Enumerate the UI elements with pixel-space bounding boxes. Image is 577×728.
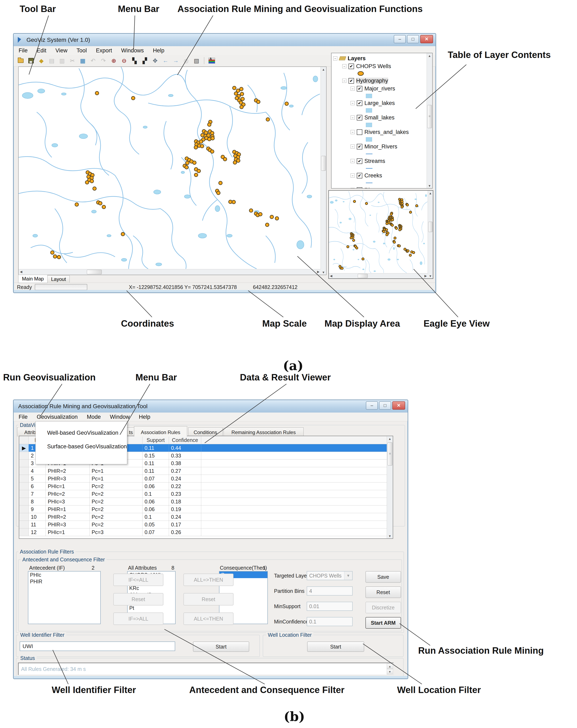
- layer-checkbox[interactable]: ✔: [357, 86, 362, 92]
- collapse-icon[interactable]: −: [351, 115, 355, 120]
- scrollbar-thumb[interactable]: [428, 222, 433, 232]
- scroll-right-icon[interactable]: ▶: [316, 269, 321, 274]
- row-selector[interactable]: ▶: [19, 444, 29, 452]
- map-window-icon[interactable]: ▦: [79, 56, 87, 65]
- menu-item-file[interactable]: File: [19, 47, 28, 54]
- layer-checkbox[interactable]: ✔: [357, 115, 362, 121]
- layer-label[interactable]: Hydrography: [356, 78, 388, 84]
- layer-checkbox[interactable]: ✔: [357, 187, 362, 188]
- map-horizontal-scrollbar[interactable]: ◀ ▶: [19, 269, 321, 275]
- minimize-button[interactable]: –: [394, 35, 406, 43]
- menu-item-mode[interactable]: Mode: [87, 414, 101, 420]
- layer-item-rivers[interactable]: −✔Rivers: [333, 186, 426, 188]
- scroll-up-icon[interactable]: ▲: [428, 191, 433, 196]
- param-partition-bins-input[interactable]: 4: [307, 587, 353, 596]
- layer-item-chops-wells[interactable]: −✔CHOPS Wells: [333, 62, 426, 70]
- menu-item-geovisualization[interactable]: Geovisualization: [37, 414, 78, 420]
- layer-item-streams[interactable]: −✔Streams: [333, 157, 426, 165]
- layer-checkbox[interactable]: ✔: [357, 100, 362, 106]
- fixed-zoom-in-icon[interactable]: ▚: [130, 56, 139, 65]
- collapse-icon[interactable]: −: [333, 56, 337, 60]
- layer-checkbox[interactable]: [357, 129, 362, 135]
- scrollbar-thumb[interactable]: [388, 442, 392, 466]
- layers-scrollbar[interactable]: ▲ ▼: [427, 53, 432, 188]
- arm-geovisualization-icon[interactable]: [208, 56, 216, 65]
- layer-label[interactable]: Small_lakes: [364, 114, 394, 121]
- row-selector[interactable]: [19, 498, 29, 505]
- menu-item-help[interactable]: Help: [153, 47, 164, 54]
- menu-item-file[interactable]: File: [19, 414, 28, 420]
- scroll-left-icon[interactable]: ◀: [329, 274, 333, 279]
- scrollbar-thumb[interactable]: [427, 105, 432, 128]
- row-selector[interactable]: [19, 490, 29, 498]
- well-location-start-button[interactable]: Start: [307, 642, 364, 652]
- layer-label[interactable]: Rivers: [364, 187, 380, 188]
- collapse-icon[interactable]: −: [351, 86, 355, 91]
- tab-layout[interactable]: Layout: [47, 276, 70, 283]
- collapse-icon[interactable]: −: [351, 130, 355, 134]
- layer-label[interactable]: Large_lakes: [364, 100, 395, 106]
- zoom-in-icon[interactable]: ⊕: [110, 56, 118, 65]
- scroll-right-icon[interactable]: ▶: [423, 274, 428, 279]
- table-row[interactable]: 5PHIR=3Pc=10.070.24: [19, 475, 387, 483]
- collapse-icon[interactable]: −: [351, 174, 355, 178]
- layer-label[interactable]: Creeks: [364, 173, 382, 179]
- save-button[interactable]: Save: [365, 571, 401, 583]
- layer-label[interactable]: Major_rivers: [364, 85, 395, 92]
- menu-item-edit[interactable]: Edit: [37, 47, 47, 54]
- param-minconfidence-input[interactable]: 0.1: [307, 617, 353, 626]
- table-row[interactable]: 10PHIR=2Pc=20.10.24: [19, 513, 387, 521]
- scrollbar-thumb[interactable]: [87, 270, 102, 274]
- layer-label[interactable]: Minor_Rivers: [364, 144, 397, 150]
- list-item-phir[interactable]: PHIR: [28, 578, 100, 585]
- scroll-down-icon[interactable]: ▼: [387, 534, 393, 538]
- layer-checkbox[interactable]: ✔: [357, 158, 362, 164]
- collapse-icon[interactable]: −: [342, 64, 347, 68]
- tab-conditions[interactable]: Conditions: [188, 427, 222, 437]
- row-selector[interactable]: [19, 521, 29, 528]
- row-selector[interactable]: [19, 460, 29, 467]
- collapse-icon[interactable]: −: [351, 159, 355, 163]
- column-header-support[interactable]: Support: [142, 436, 169, 444]
- row-selector[interactable]: [19, 483, 29, 490]
- map-display-area[interactable]: ▲ ▼ ◀ ▶: [18, 67, 327, 275]
- list-item-phic[interactable]: PHIc: [28, 572, 100, 578]
- layer-checkbox[interactable]: ✔: [349, 63, 354, 69]
- param-targeted-layer-select[interactable]: CHOPS Wells▼: [307, 571, 353, 580]
- table-scrollbar[interactable]: ▲ ▼: [387, 436, 393, 538]
- param-minsupport-input[interactable]: 0.01: [307, 602, 353, 611]
- collapse-icon[interactable]: −: [351, 145, 355, 149]
- well-identifier-start-button[interactable]: Start: [193, 642, 249, 652]
- layer-label[interactable]: CHOPS Wells: [356, 63, 391, 70]
- select-features-icon[interactable]: ▧: [192, 56, 201, 65]
- row-selector[interactable]: [19, 528, 29, 536]
- column-header-confidence[interactable]: Confidence: [169, 436, 201, 444]
- close-button[interactable]: ✕: [392, 401, 405, 410]
- eagle-vertical-scrollbar[interactable]: ▲ ▼: [428, 191, 433, 279]
- export-icon[interactable]: ◆: [37, 56, 46, 65]
- map-vertical-scrollbar[interactable]: ▲ ▼: [321, 67, 326, 275]
- layer-item-major-rivers[interactable]: −✔Major_rivers: [333, 85, 426, 93]
- scroll-left-icon[interactable]: ◀: [19, 269, 24, 274]
- layer-item-large-lakes[interactable]: −✔Large_lakes: [333, 99, 426, 107]
- menu-item-help[interactable]: Help: [139, 414, 150, 420]
- menu-item-window[interactable]: Window: [110, 414, 130, 420]
- menu-item-windows[interactable]: Windows: [121, 47, 144, 54]
- tab-main-map[interactable]: Main Map: [18, 275, 48, 283]
- scroll-up-icon[interactable]: ▲: [427, 53, 432, 58]
- scrollbar-thumb[interactable]: [358, 274, 368, 278]
- table-row[interactable]: 8PHIc=3Pc=20.060.18: [19, 498, 387, 505]
- eagle-horizontal-scrollbar[interactable]: ◀ ▶: [329, 273, 428, 279]
- scroll-down-icon[interactable]: ▼: [427, 183, 432, 188]
- layer-item-hydrography[interactable]: −✔Hydrography: [333, 77, 426, 85]
- layer-item-creeks[interactable]: −✔Creeks: [333, 172, 426, 179]
- reset-button[interactable]: Reset: [365, 587, 401, 598]
- table-row[interactable]: 6PHIc=1Pc=20.060.22: [19, 483, 387, 490]
- back-icon[interactable]: ←: [161, 56, 170, 65]
- layer-checkbox[interactable]: ✔: [357, 144, 362, 150]
- scroll-up-icon[interactable]: ▲: [321, 67, 326, 72]
- collapse-icon[interactable]: −: [351, 101, 355, 105]
- save-icon[interactable]: [27, 56, 35, 65]
- menu-item-export[interactable]: Export: [96, 47, 112, 54]
- row-selector[interactable]: [19, 513, 29, 521]
